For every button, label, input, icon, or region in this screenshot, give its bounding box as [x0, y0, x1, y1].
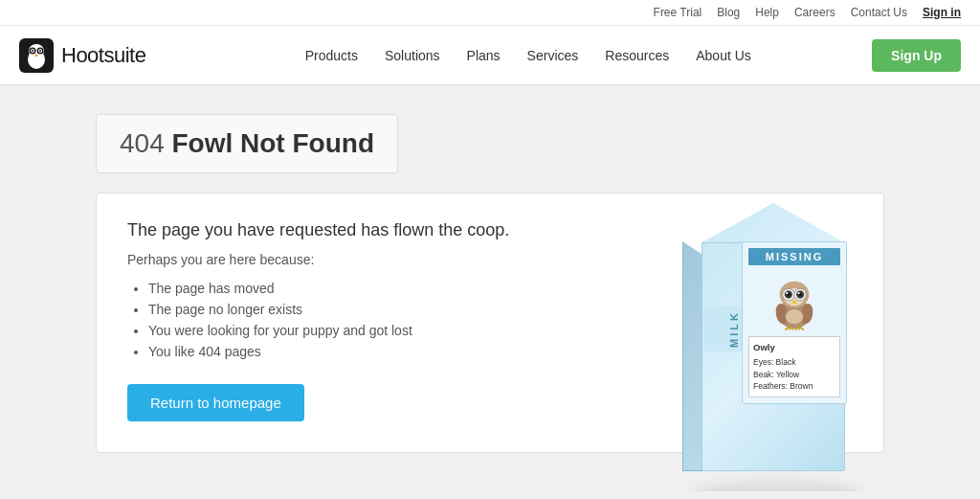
- owl-picture: [761, 271, 828, 330]
- milk-carton: MILK MISSING: [673, 174, 902, 491]
- signup-button[interactable]: Sign Up: [872, 39, 961, 72]
- logo-text: Hootsuite: [61, 43, 145, 68]
- owl-detail-1: Eyes: Black: [753, 357, 795, 367]
- hootsuite-owl-logo: [19, 38, 54, 73]
- nav-products[interactable]: Products: [305, 48, 358, 63]
- error-title: Fowl Not Found: [172, 128, 375, 158]
- content-area: 404 Fowl Not Found The page you have req…: [0, 85, 980, 491]
- owl-detail-3: Feathers: Brown: [753, 381, 813, 391]
- missing-poster: MISSING: [742, 241, 847, 404]
- svg-point-22: [797, 292, 799, 294]
- svg-point-18: [786, 292, 788, 294]
- svg-point-8: [39, 50, 41, 52]
- error-number: 404: [120, 128, 165, 158]
- missing-title: MISSING: [748, 248, 840, 265]
- owl-detail-2: Beak: Yellow: [753, 370, 799, 379]
- milk-carton-illustration: MILK MISSING: [673, 174, 902, 491]
- carton-left-face: [682, 241, 703, 471]
- error-card: The page you have requested has flown th…: [96, 193, 884, 453]
- nav-about[interactable]: About Us: [696, 48, 751, 63]
- error-heading-box: 404 Fowl Not Found: [96, 114, 398, 173]
- help-link[interactable]: Help: [755, 6, 779, 19]
- milk-label: MILK: [703, 306, 742, 352]
- top-bar: Free Trial Blog Help Careers Contact Us …: [0, 0, 980, 26]
- careers-link[interactable]: Careers: [794, 6, 835, 19]
- signin-link[interactable]: Sign in: [923, 6, 961, 19]
- owl-info: Owly Eyes: Black Beak: Yellow Feathers: …: [748, 336, 840, 398]
- logo-area[interactable]: Hootsuite: [19, 38, 145, 73]
- svg-point-5: [32, 50, 33, 52]
- carton-top-gable: [701, 203, 846, 243]
- owl-name: Owly: [753, 341, 835, 354]
- svg-point-26: [786, 309, 803, 324]
- error-heading: 404 Fowl Not Found: [120, 128, 374, 159]
- main-nav: Hootsuite Products Solutions Plans Servi…: [0, 26, 980, 85]
- nav-resources[interactable]: Resources: [605, 48, 669, 63]
- return-homepage-button[interactable]: Return to homepage: [127, 384, 304, 421]
- nav-links: Products Solutions Plans Services Resour…: [184, 48, 872, 63]
- free-trial-link[interactable]: Free Trial: [654, 6, 702, 19]
- carton-shadow: [692, 481, 864, 491]
- nav-plans[interactable]: Plans: [467, 48, 501, 63]
- contact-link[interactable]: Contact Us: [851, 6, 907, 19]
- blog-link[interactable]: Blog: [717, 6, 740, 19]
- nav-solutions[interactable]: Solutions: [385, 48, 440, 63]
- nav-services[interactable]: Services: [527, 48, 579, 63]
